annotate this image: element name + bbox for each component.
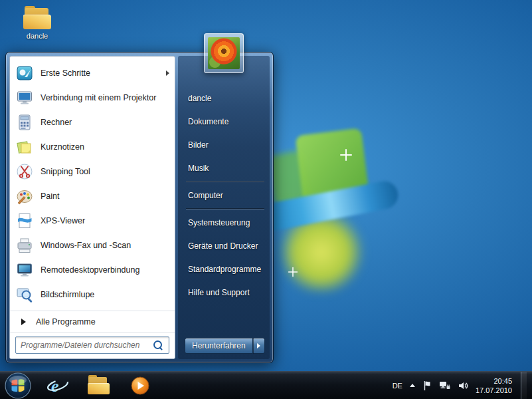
show-desktop-button[interactable] xyxy=(521,372,527,399)
paint-icon xyxy=(15,187,34,205)
separator xyxy=(186,181,264,182)
menu-item-label: Paint xyxy=(41,192,60,201)
screen-magnifier-icon xyxy=(15,285,34,304)
all-programs-arrow-icon xyxy=(21,319,26,325)
menu-item-label: Kurznotizen xyxy=(41,142,84,152)
menu-item-label: Bildschirmlupe xyxy=(41,290,94,299)
projector-icon xyxy=(15,88,34,107)
start-menu-left-panel: Erste Schritte Verbindung mit einem Proj… xyxy=(9,56,175,359)
menu-item-paint[interactable]: Paint xyxy=(10,184,175,208)
menu-item-getting-started[interactable]: Erste Schritte xyxy=(10,61,175,85)
menu-item-music[interactable]: Musik xyxy=(178,156,270,180)
clock-date: 17.07.2010 xyxy=(476,386,512,395)
windows-start-orb-icon xyxy=(5,372,31,399)
desktop-icon-dancle[interactable]: dancle xyxy=(16,8,58,40)
search-icon xyxy=(153,340,163,350)
all-programs-label: Alle Programme xyxy=(36,317,96,327)
remote-desktop-icon xyxy=(15,261,34,279)
menu-item-calculator[interactable]: Rechner xyxy=(10,110,175,134)
sparkle-icon xyxy=(340,149,352,161)
system-tray: DE 20:45 17.07.2010 xyxy=(393,372,532,399)
menu-item-label: Rechner xyxy=(41,118,72,127)
search-row xyxy=(10,332,175,358)
menu-item-label: Remotedesktopverbindung xyxy=(41,265,139,275)
menu-item-label: Snipping Tool xyxy=(41,167,90,176)
flower-avatar-image xyxy=(208,37,240,69)
menu-item-label: XPS-Viewer xyxy=(41,216,85,225)
clock-time: 20:45 xyxy=(476,376,512,386)
show-hidden-icons-chevron-icon[interactable] xyxy=(410,384,415,387)
network-icon[interactable] xyxy=(439,380,450,391)
start-menu-right-panel: dancle Dokumente Bilder Musik Computer S… xyxy=(178,56,270,359)
search-box xyxy=(15,336,169,354)
start-button[interactable] xyxy=(4,372,32,399)
menu-item-documents[interactable]: Dokumente xyxy=(178,110,270,133)
svg-text:e: e xyxy=(51,376,59,396)
menu-item-help-support[interactable]: Hilfe und Support xyxy=(178,281,270,304)
menu-item-computer[interactable]: Computer xyxy=(178,184,270,207)
taskbar: e DE 20:45 xyxy=(0,371,532,399)
program-list: Erste Schritte Verbindung mit einem Proj… xyxy=(10,57,175,311)
internet-explorer-icon: e xyxy=(46,375,70,396)
separator xyxy=(186,208,264,209)
menu-item-xps-viewer[interactable]: XPS-Viewer xyxy=(10,208,175,233)
submenu-arrow-icon xyxy=(166,70,169,76)
getting-started-icon xyxy=(15,64,34,82)
menu-item-default-programs[interactable]: Standardprogramme xyxy=(178,257,270,281)
menu-item-projector[interactable]: Verbindung mit einem Projektor xyxy=(10,85,175,110)
menu-item-user-folder[interactable]: dancle xyxy=(178,86,270,110)
action-center-flag-icon[interactable] xyxy=(422,380,432,391)
fax-scan-icon xyxy=(15,236,34,255)
sticky-notes-icon xyxy=(15,138,34,156)
folder-icon xyxy=(23,8,51,29)
media-player-icon xyxy=(130,375,151,396)
volume-icon[interactable] xyxy=(458,380,468,391)
search-input[interactable] xyxy=(21,340,150,350)
menu-item-remote-desktop[interactable]: Remotedesktopverbindung xyxy=(10,257,175,282)
search-button[interactable] xyxy=(150,338,166,352)
xps-viewer-icon xyxy=(15,211,34,230)
calculator-icon xyxy=(15,113,34,132)
menu-item-snipping-tool[interactable]: Snipping Tool xyxy=(10,159,175,184)
menu-item-label: Verbindung mit einem Projektor xyxy=(41,93,156,102)
taskbar-media-player-button[interactable] xyxy=(125,372,155,399)
all-programs-button[interactable]: Alle Programme xyxy=(10,311,175,332)
windows-logo xyxy=(259,126,382,289)
menu-item-control-panel[interactable]: Systemsteuerung xyxy=(178,211,270,234)
snipping-tool-icon xyxy=(15,162,34,181)
menu-item-label: Windows-Fax und -Scan xyxy=(41,241,131,250)
menu-item-magnifier[interactable]: Bildschirmlupe xyxy=(10,282,175,307)
user-avatar[interactable] xyxy=(204,33,244,73)
clock[interactable]: 20:45 17.07.2010 xyxy=(476,376,512,395)
shutdown-options-arrow-icon[interactable] xyxy=(253,338,265,354)
taskbar-internet-explorer-button[interactable]: e xyxy=(43,372,73,399)
sparkle-icon xyxy=(288,267,298,277)
menu-item-label: Erste Schritte xyxy=(41,68,90,78)
desktop-icon-label: dancle xyxy=(16,32,58,40)
start-menu: Erste Schritte Verbindung mit einem Proj… xyxy=(5,52,274,363)
menu-item-devices-printers[interactable]: Geräte und Drucker xyxy=(178,234,270,257)
taskbar-explorer-button[interactable] xyxy=(84,372,114,399)
menu-item-pictures[interactable]: Bilder xyxy=(178,133,270,156)
shutdown-row: Herunterfahren xyxy=(185,338,265,354)
menu-item-fax-scan[interactable]: Windows-Fax und -Scan xyxy=(10,233,175,257)
menu-item-sticky-notes[interactable]: Kurznotizen xyxy=(10,134,175,159)
windows-explorer-folder-icon xyxy=(88,377,110,394)
shutdown-button[interactable]: Herunterfahren xyxy=(185,338,253,354)
language-indicator[interactable]: DE xyxy=(393,382,402,390)
